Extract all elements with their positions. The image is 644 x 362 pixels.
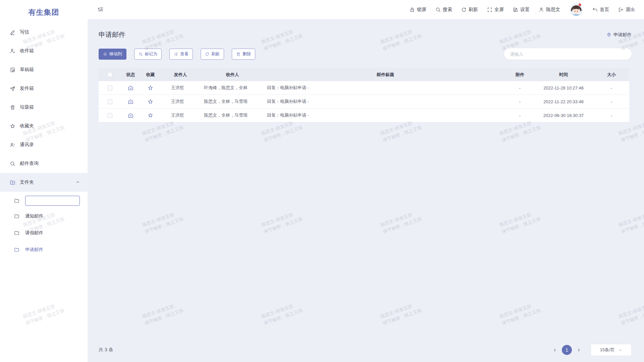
user-avatar[interactable] (569, 3, 583, 17)
sidebar-item-label: 邮件查询 (20, 161, 39, 167)
content-header: 申请邮件 申请邮件 (99, 30, 632, 39)
chevron-up-icon[interactable] (75, 180, 80, 184)
settings-button[interactable]: 设置 (513, 7, 530, 13)
favorite-star-icon[interactable] (148, 99, 153, 105)
sidebar-item-label: 收件箱 (20, 48, 34, 54)
folder-item-notice[interactable]: 通知邮件 (0, 208, 88, 225)
table-header-row: 状态 收藏 发件人 收件人 邮件标题 附件 时间 大小 (99, 68, 629, 81)
global-search-button[interactable]: 搜索 (435, 7, 452, 13)
refresh-icon (205, 52, 209, 56)
col-recipients: 收件人 (201, 72, 264, 78)
sidebar-item-label: 垃圾箱 (20, 104, 34, 110)
toolbar: 移动到 标记为 查看 刷新 删除 (99, 48, 632, 60)
sidebar-item-sent[interactable]: 发件箱 (0, 79, 88, 98)
folder-children: 通知邮件 请假邮件 申请邮件 (0, 194, 88, 258)
new-folder-input[interactable] (25, 196, 80, 206)
chevron-down-icon (618, 348, 623, 352)
breadcrumb[interactable]: 申请邮件 (606, 32, 632, 38)
refresh-label: 刷新 (469, 7, 478, 13)
page-size-select[interactable]: 15条/页 (591, 344, 632, 356)
sender-cell: 王洪哲 (160, 112, 201, 118)
favorite-star-icon[interactable] (148, 85, 153, 91)
delete-button[interactable]: 删除 (232, 49, 255, 60)
table-body: 王洪哲 叶海峰，陈思文，全林 回复：电脑补贴申请·· - 2022-11-28 … (99, 81, 629, 122)
row-checkbox[interactable] (107, 99, 112, 104)
sidebar-item-mail-search[interactable]: 邮件查询 (0, 154, 88, 173)
recipients-cell: 叶海峰，陈思文，全林 (201, 85, 264, 91)
row-status-cell (121, 113, 141, 118)
row-checkbox[interactable] (107, 85, 112, 90)
user-menu[interactable]: 陈思文 (539, 7, 560, 13)
favorite-star-icon[interactable] (148, 113, 153, 118)
move-to-label: 移动到 (109, 51, 122, 57)
mail-read-icon (128, 113, 133, 118)
size-cell: - (594, 99, 629, 104)
home-button[interactable]: 首页 (592, 7, 609, 13)
recipients-cell: 陈思文，全林，马雪瑶 (201, 99, 264, 105)
row-select-cell (99, 85, 121, 90)
next-page-icon[interactable] (577, 348, 581, 352)
col-status: 状态 (121, 72, 141, 78)
folder-item-label: 通知邮件 (25, 213, 43, 219)
star-icon (10, 123, 15, 129)
inbox-icon (10, 48, 15, 54)
sidebar-item-trash[interactable]: 垃圾箱 (0, 98, 88, 117)
search-icon (10, 161, 15, 167)
trash-icon (236, 52, 240, 56)
logout-label: 退出 (626, 7, 635, 13)
mail-read-icon (128, 85, 133, 91)
home-label: 首页 (600, 7, 609, 13)
lock-screen-button[interactable]: 锁屏 (410, 7, 426, 13)
attachment-cell: - (506, 113, 533, 118)
global-search-label: 搜索 (443, 7, 452, 13)
mail-row[interactable]: 王洪哲 陈思文，全林，马雪瑶 回复：电脑补贴申请·· - 2022-11-22 … (99, 95, 629, 109)
move-icon (103, 52, 107, 56)
mark-as-button[interactable]: 标记为 (134, 49, 162, 60)
subject-cell[interactable]: 回复：电脑补贴申请·· (264, 85, 506, 91)
sidebar: 有生集团 写信 收件箱 草稿箱 发件箱 垃圾箱 收藏夹 通讯录 (0, 0, 88, 362)
mail-row[interactable]: 王洪哲 叶海峰，陈思文，全林 回复：电脑补贴申请·· - 2022-11-28 … (99, 81, 629, 95)
sidebar-item-favorites[interactable]: 收藏夹 (0, 117, 88, 135)
sidebar-item-label: 文件夹 (20, 179, 34, 185)
subject-cell[interactable]: 回复：电脑补贴申请·· (264, 99, 506, 105)
folder-icon (14, 230, 19, 236)
sender-cell: 王洪哲 (160, 99, 201, 105)
mail-search-input[interactable] (504, 48, 632, 60)
folder-plus-icon (10, 180, 15, 185)
row-status-cell (121, 99, 141, 105)
attachment-cell: - (506, 99, 533, 104)
mail-row[interactable]: 王洪哲 陈思文，全林，马雪瑶 回复：电脑补贴申请·· - 2022-06-30 … (99, 109, 629, 122)
refresh-list-button[interactable]: 刷新 (201, 49, 224, 60)
row-checkbox[interactable] (107, 113, 112, 118)
logout-button[interactable]: 退出 (618, 7, 635, 13)
sidebar-item-folders[interactable]: 文件夹 (0, 173, 88, 192)
col-subject: 邮件标题 (264, 72, 506, 78)
settings-label: 设置 (520, 7, 530, 13)
refresh-icon (461, 7, 467, 12)
sidebar-item-contacts[interactable]: 通讯录 (0, 135, 88, 154)
sidebar-item-compose[interactable]: 写信 (0, 23, 88, 42)
select-all-checkbox[interactable] (107, 72, 112, 77)
sidebar-item-inbox[interactable]: 收件箱 (0, 42, 88, 60)
col-time: 时间 (533, 72, 594, 78)
page-size-label: 15条/页 (600, 347, 614, 353)
refresh-button[interactable]: 刷新 (461, 7, 478, 13)
subject-cell[interactable]: 回复：电脑补贴申请·· (264, 112, 506, 118)
collapse-sidebar-icon[interactable] (97, 6, 104, 13)
view-button[interactable]: 查看 (169, 49, 193, 60)
breadcrumb-label: 申请邮件 (613, 32, 632, 38)
move-to-button[interactable]: 移动到 (99, 49, 126, 60)
pagination-footer: 共 3 条 1 15条/页 (99, 343, 632, 357)
page-number-button[interactable]: 1 (562, 345, 572, 355)
sidebar-item-drafts[interactable]: 草稿箱 (0, 60, 88, 79)
mail-table: 状态 收藏 发件人 收件人 邮件标题 附件 时间 大小 王洪哲 (99, 68, 629, 122)
folder-item-application[interactable]: 申请邮件 (0, 241, 88, 258)
size-cell: - (594, 113, 629, 118)
folder-item-label: 申请邮件 (25, 247, 43, 253)
prev-page-icon[interactable] (553, 348, 557, 352)
fullscreen-button[interactable]: 全屏 (487, 7, 504, 13)
size-cell: - (594, 85, 629, 90)
folder-item-leave[interactable]: 请假邮件 (0, 225, 88, 241)
sidebar-item-label: 写信 (20, 29, 29, 35)
lock-icon (410, 7, 415, 12)
